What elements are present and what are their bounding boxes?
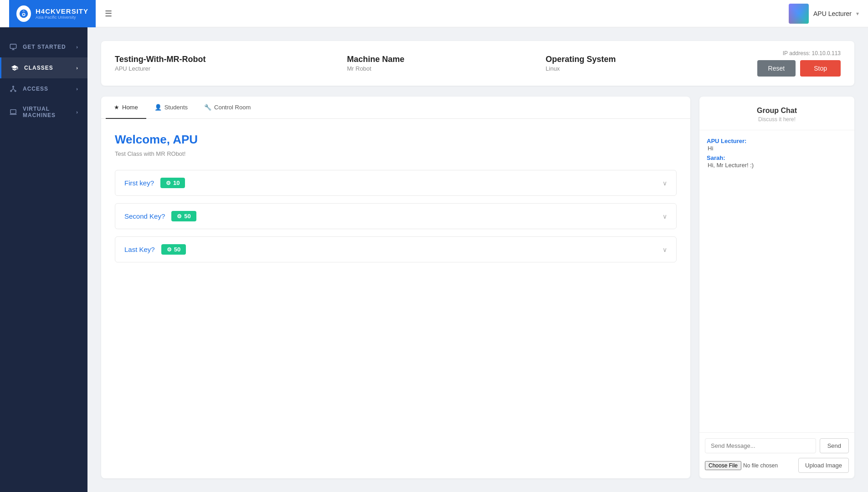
user-dropdown-arrow[interactable]: ▾ — [856, 10, 859, 17]
laptop-icon — [9, 108, 17, 116]
message-sender-1: APU Lecturer: — [707, 138, 847, 144]
info-actions: IP address: 10.10.0.113 Reset Stop — [757, 50, 841, 77]
gear-icon: ⚙ — [166, 180, 171, 186]
svg-rect-7 — [10, 110, 16, 114]
sidebar-item-virtual-machines[interactable]: Virtual Machines › — [0, 99, 87, 125]
chat-subtitle: Discuss it here! — [709, 116, 845, 123]
key-badge-first: ⚙ 10 — [160, 178, 185, 188]
message-sender-2: Sarah: — [707, 154, 847, 161]
topnav-left: H4CKVERSITY Asia Pacific University ☰ — [9, 0, 121, 27]
panel-body: Welcome, APU Test Class with MR RObot! F… — [101, 119, 690, 283]
machine-info: Machine Name Mr Robot — [347, 55, 404, 72]
os-name: Linux — [546, 65, 616, 72]
sidebar-item-label: Get Started — [23, 44, 66, 50]
hamburger-button[interactable]: ☰ — [96, 9, 121, 19]
key-item-last[interactable]: Last Key? ⚙ 50 ∨ — [115, 236, 677, 262]
chat-message: Sarah: Hi, Mr Lecturer! :) — [707, 154, 847, 169]
chat-message: APU Lecturer: Hi — [707, 138, 847, 152]
file-input[interactable] — [705, 461, 795, 470]
stop-button[interactable]: Stop — [800, 60, 841, 77]
key-label-second: Second Key? — [124, 212, 165, 220]
topnav-right: APU Lecturer ▾ — [789, 4, 859, 24]
sidebar-item-label: Virtual Machines — [23, 106, 71, 118]
tab-bar: ★ Home 👤 Students 🔧 Control Room — [101, 97, 690, 119]
person-icon: 👤 — [154, 104, 162, 111]
welcome-sub: Test Class with MR RObot! — [115, 150, 677, 157]
sidebar-item-label: Access — [23, 86, 48, 92]
key-left: Last Key? ⚙ 50 — [124, 244, 186, 255]
os-info: Operating System Linux — [546, 55, 616, 72]
machine-label: Machine Name — [347, 55, 404, 64]
wrench-icon: 🔧 — [204, 104, 211, 111]
svg-point-2 — [23, 14, 25, 15]
chevron-right-icon: › — [76, 86, 78, 92]
key-left: First key? ⚙ 10 — [124, 178, 185, 188]
topnav: H4CKVERSITY Asia Pacific University ☰ AP… — [0, 0, 868, 27]
chat-message-input[interactable] — [705, 438, 816, 453]
key-badge-last: ⚙ 50 — [161, 244, 186, 255]
sidebar-item-classes[interactable]: Classes › — [0, 57, 87, 78]
key-item-second[interactable]: Second Key? ⚙ 50 ∨ — [115, 203, 677, 229]
key-left: Second Key? ⚙ 50 — [124, 211, 196, 221]
user-name-label: APU Lecturer — [813, 10, 852, 17]
sidebar: Get Started › Classes › Access › Virtual… — [0, 27, 87, 492]
key-badge-second: ⚙ 50 — [171, 211, 196, 221]
brand-logo: H4CKVERSITY Asia Pacific University — [9, 0, 96, 27]
key-label-first: First key? — [124, 179, 154, 187]
network-icon — [9, 85, 17, 93]
key-points-first: 10 — [173, 179, 180, 186]
send-button[interactable]: Send — [820, 438, 849, 453]
tab-students[interactable]: 👤 Students — [146, 97, 196, 119]
chevron-right-icon: › — [76, 109, 78, 115]
key-item-first[interactable]: First key? ⚙ 10 ∨ — [115, 170, 677, 196]
sidebar-item-get-started[interactable]: Get Started › — [0, 36, 87, 57]
info-bar: Testing-With-MR-Robot APU Lecturer Machi… — [101, 41, 854, 86]
tab-home[interactable]: ★ Home — [106, 97, 146, 119]
reset-button[interactable]: Reset — [757, 60, 796, 77]
content-row: ★ Home 👤 Students 🔧 Control Room Welcome… — [101, 97, 854, 478]
message-text-1: Hi — [707, 145, 847, 152]
sidebar-item-access[interactable]: Access › — [0, 78, 87, 99]
ip-address-label: IP address: 10.10.0.113 — [783, 50, 841, 56]
lab-owner: APU Lecturer — [115, 65, 205, 72]
chat-footer: Send Upload Image — [699, 432, 854, 478]
lab-info: Testing-With-MR-Robot APU Lecturer — [115, 55, 205, 72]
chat-messages: APU Lecturer: Hi Sarah: Hi, Mr Lecturer!… — [699, 130, 854, 432]
brand-text: H4CKVERSITY Asia Pacific University — [36, 7, 88, 20]
star-icon: ★ — [114, 104, 119, 111]
key-label-last: Last Key? — [124, 246, 155, 253]
monitor-icon — [9, 43, 17, 51]
message-text-2: Hi, Mr Lecturer! :) — [707, 162, 847, 169]
chat-panel: Group Chat Discuss it here! APU Lecturer… — [699, 97, 854, 478]
svg-point-6 — [15, 90, 16, 92]
machine-name: Mr Robot — [347, 65, 404, 72]
main-content: Testing-With-MR-Robot APU Lecturer Machi… — [87, 27, 868, 492]
tab-control-room[interactable]: 🔧 Control Room — [196, 97, 259, 119]
key-points-last: 50 — [174, 246, 180, 253]
svg-point-5 — [10, 90, 12, 92]
chat-input-row: Send — [705, 438, 849, 453]
chat-title: Group Chat — [709, 107, 845, 115]
chevron-right-icon: › — [76, 65, 78, 71]
os-label: Operating System — [546, 55, 616, 64]
action-buttons: Reset Stop — [757, 60, 841, 77]
svg-point-4 — [13, 86, 14, 87]
upload-image-button[interactable]: Upload Image — [798, 458, 849, 473]
chevron-down-icon: ∨ — [663, 246, 667, 253]
main-panel: ★ Home 👤 Students 🔧 Control Room Welcome… — [101, 97, 690, 478]
gear-icon: ⚙ — [177, 213, 182, 220]
lab-name: Testing-With-MR-Robot — [115, 55, 205, 64]
brand-subtitle: Asia Pacific University — [36, 15, 88, 20]
brand-name: H4CKVERSITY — [36, 7, 88, 15]
brand-icon — [16, 5, 31, 22]
graduation-icon — [10, 64, 19, 72]
svg-rect-3 — [10, 44, 16, 48]
chat-header: Group Chat Discuss it here! — [699, 97, 854, 130]
tab-home-label: Home — [122, 104, 138, 111]
tab-control-room-label: Control Room — [214, 104, 251, 111]
tab-students-label: Students — [164, 104, 188, 111]
user-avatar — [789, 4, 809, 24]
sidebar-item-label: Classes — [24, 65, 53, 71]
chevron-down-icon: ∨ — [663, 213, 667, 220]
key-points-second: 50 — [184, 213, 190, 220]
